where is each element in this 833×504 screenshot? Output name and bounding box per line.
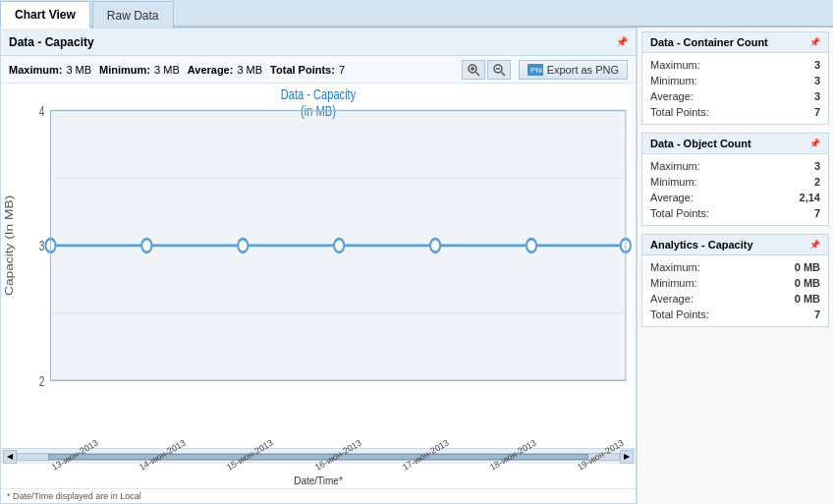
info-card-header-0: Data - Container Count 📌 (642, 32, 828, 53)
info-row-0-3: Total Points: 7 (650, 104, 820, 120)
row-value-0-1: 3 (814, 75, 820, 86)
info-card-body-1: Maximum: 3 Minimum: 2 Average: 2,14 Tota… (642, 154, 828, 225)
row-label-2-0: Maximum: (650, 261, 700, 273)
row-label-0-0: Maximum: (650, 59, 700, 71)
card-title-2: Analytics - Capacity (650, 239, 753, 251)
row-value-2-2: 0 MB (795, 293, 820, 305)
row-label-1-0: Maximum: (650, 160, 700, 172)
info-card-analytics-capacity: Analytics - Capacity 📌 Maximum: 0 MB Min… (641, 234, 829, 327)
row-label-2-2: Average: (650, 293, 694, 305)
info-row-1-1: Minimum: 2 (650, 174, 820, 190)
zoom-in-button[interactable] (462, 60, 485, 80)
scroll-right-arrow[interactable]: ▶ (620, 450, 634, 464)
row-value-1-2: 2,14 (800, 192, 820, 203)
info-card-object-count: Data - Object Count 📌 Maximum: 3 Minimum… (641, 133, 829, 226)
stat-minimum: Minimum: 3 MB (99, 64, 180, 76)
info-row-0-0: Maximum: 3 (650, 57, 820, 73)
tab-raw-data[interactable]: Raw Data (92, 1, 174, 28)
avg-label: Average: (188, 64, 234, 76)
row-label-1-2: Average: (650, 192, 694, 203)
tp-label: Total Points: (270, 64, 335, 76)
zoom-out-button[interactable] (487, 60, 511, 80)
row-label-2-3: Total Points: (650, 308, 709, 320)
info-card-container-count: Data - Container Count 📌 Maximum: 3 Mini… (641, 31, 829, 125)
scroll-left-arrow[interactable]: ◀ (3, 450, 17, 464)
svg-point-27 (430, 239, 440, 252)
row-label-0-3: Total Points: (650, 106, 709, 118)
info-row-1-3: Total Points: 7 (650, 205, 820, 221)
row-value-1-3: 7 (814, 207, 820, 219)
row-label-0-2: Average: (650, 90, 694, 102)
info-row-2-2: Average: 0 MB (650, 291, 820, 307)
info-row-1-2: Average: 2,14 (650, 190, 820, 205)
chart-area: 4 3 2 Capacity (In MB) Data - Capacity (… (1, 84, 636, 448)
svg-text:PNG: PNG (530, 66, 542, 75)
card-pin-icon-0[interactable]: 📌 (809, 37, 820, 47)
chart-footnote: * Date/Time displayed are in Local (1, 488, 636, 503)
x-axis-labels: 13-июн-2013 14-июн-2013 15-июн-2013 16-и… (1, 464, 636, 474)
main-layout: Data - Capacity 📌 Maximum: 3 MB Minimum:… (0, 28, 833, 504)
left-panel: Data - Capacity 📌 Maximum: 3 MB Minimum:… (0, 28, 637, 504)
x-axis-title: Date/Time* (1, 474, 636, 488)
row-label-1-3: Total Points: (650, 207, 709, 219)
stats-bar: Maximum: 3 MB Minimum: 3 MB Average: 3 M… (1, 56, 636, 84)
info-card-header-1: Data - Object Count 📌 (642, 134, 828, 154)
info-row-0-2: Average: 3 (650, 88, 820, 104)
scrollbar-track[interactable] (17, 453, 620, 461)
min-value: 3 MB (154, 64, 180, 76)
card-title-0: Data - Container Count (650, 36, 768, 48)
row-value-2-3: 7 (814, 308, 820, 320)
avg-value: 3 MB (237, 64, 262, 76)
row-value-1-0: 3 (814, 160, 820, 172)
row-value-1-1: 2 (814, 176, 820, 188)
row-value-0-3: 7 (814, 106, 820, 118)
tp-value: 7 (339, 64, 345, 76)
chart-title: Data - Capacity (9, 35, 94, 49)
min-label: Minimum: (99, 64, 150, 76)
row-value-0-2: 3 (814, 90, 820, 102)
chart-svg: 4 3 2 Capacity (In MB) Data - Capacity (… (1, 84, 636, 448)
max-value: 3 MB (66, 64, 91, 76)
svg-line-5 (501, 72, 505, 76)
tab-chart-view[interactable]: Chart View (0, 1, 90, 28)
info-card-header-2: Analytics - Capacity 📌 (642, 235, 828, 255)
info-row-2-3: Total Points: 7 (650, 307, 820, 322)
svg-text:2: 2 (39, 373, 45, 389)
chart-header: Data - Capacity 📌 (1, 28, 636, 56)
info-card-body-2: Maximum: 0 MB Minimum: 0 MB Average: 0 M… (642, 255, 828, 326)
svg-point-24 (141, 239, 151, 252)
stat-maximum: Maximum: 3 MB (9, 64, 91, 76)
stat-average: Average: 3 MB (188, 64, 262, 76)
row-value-0-0: 3 (814, 59, 820, 71)
export-png-button[interactable]: PNG Export as PNG (519, 60, 628, 80)
export-label: Export as PNG (547, 64, 619, 76)
info-row-0-1: Minimum: 3 (650, 73, 820, 88)
zoom-buttons (462, 60, 511, 80)
svg-text:Capacity (In MB): Capacity (In MB) (4, 196, 16, 296)
stat-total-points: Total Points: 7 (270, 64, 345, 76)
svg-point-25 (238, 239, 248, 252)
row-label-2-1: Minimum: (650, 277, 697, 289)
info-card-body-0: Maximum: 3 Minimum: 3 Average: 3 Total P… (642, 53, 828, 124)
max-label: Maximum: (9, 64, 62, 76)
tab-bar: Chart View Raw Data (0, 0, 833, 28)
svg-text:4: 4 (39, 103, 45, 119)
card-pin-icon-1[interactable]: 📌 (809, 139, 820, 148)
svg-point-28 (527, 239, 536, 252)
svg-line-1 (475, 72, 479, 76)
info-row-2-0: Maximum: 0 MB (650, 259, 820, 275)
chart-pin-icon[interactable]: 📌 (616, 36, 628, 47)
svg-text:3: 3 (39, 239, 45, 254)
row-label-1-1: Minimum: (650, 176, 697, 188)
row-value-2-0: 0 MB (795, 261, 820, 273)
card-title-1: Data - Object Count (650, 138, 751, 149)
info-row-1-0: Maximum: 3 (650, 158, 820, 174)
right-panel: Data - Container Count 📌 Maximum: 3 Mini… (637, 28, 833, 504)
export-icon: PNG (528, 64, 543, 76)
row-label-0-1: Minimum: (650, 75, 697, 86)
svg-text:Data - Capacity: Data - Capacity (281, 86, 357, 103)
row-value-2-1: 0 MB (795, 277, 820, 289)
card-pin-icon-2[interactable]: 📌 (809, 240, 820, 250)
info-row-2-1: Minimum: 0 MB (650, 275, 820, 291)
svg-point-26 (334, 239, 344, 252)
